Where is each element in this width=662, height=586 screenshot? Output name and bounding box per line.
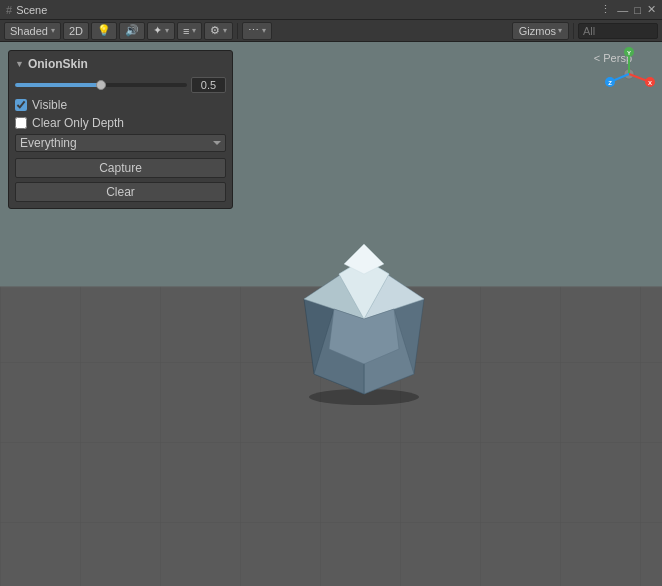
opacity-slider-thumb[interactable] bbox=[96, 80, 106, 90]
opacity-slider-container[interactable] bbox=[15, 77, 226, 93]
title-bar-left: # Scene bbox=[6, 4, 47, 16]
audio-button[interactable]: 🔊 bbox=[119, 22, 145, 40]
action-buttons: Capture Clear bbox=[15, 158, 226, 202]
onion-title: OnionSkin bbox=[28, 57, 88, 71]
minimize-button[interactable]: — bbox=[617, 4, 628, 16]
onion-skin-panel: ▼ OnionSkin Visible Clear Only Depth bbox=[8, 50, 233, 209]
light-button[interactable]: 💡 bbox=[91, 22, 117, 40]
visible-row[interactable]: Visible bbox=[15, 98, 226, 112]
title-bar-controls[interactable]: ⋮ — □ ✕ bbox=[600, 3, 656, 16]
scene-area[interactable]: ▼ OnionSkin Visible Clear Only Depth bbox=[0, 42, 662, 586]
layers-button[interactable]: ≡ ▾ bbox=[177, 22, 202, 40]
scene-title: Scene bbox=[16, 4, 47, 16]
visible-checkbox[interactable] bbox=[15, 99, 27, 111]
clear-depth-label[interactable]: Clear Only Depth bbox=[32, 116, 124, 130]
settings-arrow-icon: ▾ bbox=[223, 26, 227, 35]
gizmos-arrow-icon: ▾ bbox=[558, 26, 562, 35]
clear-depth-row[interactable]: Clear Only Depth bbox=[15, 116, 226, 130]
title-bar: # Scene ⋮ — □ ✕ bbox=[0, 0, 662, 20]
3d-object bbox=[284, 219, 444, 409]
more-arrow-icon: ▾ bbox=[262, 26, 266, 35]
svg-text:X: X bbox=[648, 80, 652, 86]
clear-depth-checkbox[interactable] bbox=[15, 117, 27, 129]
scene-icon: # bbox=[6, 4, 12, 16]
everything-dropdown-row[interactable]: Everything Selected None bbox=[15, 134, 226, 152]
2d-button[interactable]: 2D bbox=[63, 22, 89, 40]
clear-button[interactable]: Clear bbox=[15, 182, 226, 202]
onion-header[interactable]: ▼ OnionSkin bbox=[15, 57, 226, 71]
gizmos-label: Gizmos bbox=[519, 25, 556, 37]
opacity-value-input[interactable] bbox=[191, 77, 226, 93]
gizmos-button[interactable]: Gizmos ▾ bbox=[512, 22, 569, 40]
effects-button[interactable]: ✦ ▾ bbox=[147, 22, 175, 40]
settings-button[interactable]: ⚙ ▾ bbox=[204, 22, 233, 40]
search-input[interactable] bbox=[578, 23, 658, 39]
capture-button[interactable]: Capture bbox=[15, 158, 226, 178]
visible-label[interactable]: Visible bbox=[32, 98, 67, 112]
more-icon: ⋯ bbox=[248, 24, 259, 37]
opacity-row bbox=[15, 77, 226, 93]
2d-label: 2D bbox=[69, 25, 83, 37]
svg-text:Y: Y bbox=[627, 50, 631, 56]
audio-icon: 🔊 bbox=[125, 24, 139, 37]
effects-arrow-icon: ▾ bbox=[165, 26, 169, 35]
more-button[interactable]: ⋯ ▾ bbox=[242, 22, 272, 40]
effects-icon: ✦ bbox=[153, 24, 162, 37]
layers-arrow-icon: ▾ bbox=[192, 26, 196, 35]
shaded-label: Shaded bbox=[10, 25, 48, 37]
svg-text:Z: Z bbox=[608, 80, 612, 86]
menu-button[interactable]: ⋮ bbox=[600, 3, 611, 16]
light-icon: 💡 bbox=[97, 24, 111, 37]
maximize-button[interactable]: □ bbox=[634, 4, 641, 16]
close-button[interactable]: ✕ bbox=[647, 3, 656, 16]
gem-object-svg bbox=[284, 219, 444, 409]
scene-toolbar: Shaded ▾ 2D 💡 🔊 ✦ ▾ ≡ ▾ ⚙ ▾ ⋯ ▾ Gizmos ▾ bbox=[0, 20, 662, 42]
everything-select[interactable]: Everything Selected None bbox=[15, 134, 226, 152]
shaded-arrow-icon: ▾ bbox=[51, 26, 55, 35]
opacity-slider-track[interactable] bbox=[15, 83, 187, 87]
axis-gizmo[interactable]: Y X Z bbox=[602, 47, 657, 102]
settings-icon: ⚙ bbox=[210, 24, 220, 37]
layers-icon: ≡ bbox=[183, 25, 189, 37]
toolbar-separator-2 bbox=[573, 23, 574, 39]
toolbar-separator bbox=[237, 23, 238, 39]
onion-collapse-icon: ▼ bbox=[15, 59, 24, 69]
opacity-slider-fill bbox=[15, 83, 101, 87]
shaded-dropdown[interactable]: Shaded ▾ bbox=[4, 22, 61, 40]
axis-gizmo-svg: Y X Z bbox=[602, 47, 657, 102]
